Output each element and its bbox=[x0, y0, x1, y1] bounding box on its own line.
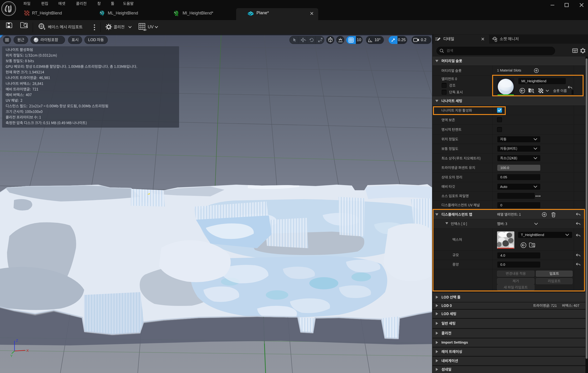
svg-text:Y: Y bbox=[10, 354, 13, 358]
svg-text:X: X bbox=[26, 348, 29, 352]
svg-text:x: x bbox=[177, 14, 178, 17]
svg-text:Z: Z bbox=[16, 338, 18, 342]
